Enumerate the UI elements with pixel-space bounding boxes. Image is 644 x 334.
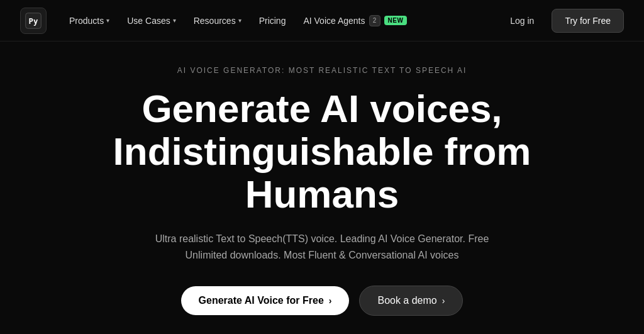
svg-text:Py: Py	[29, 16, 38, 25]
hero-title-line1: Generate AI voices,	[142, 87, 502, 130]
nav-resources-label: Resources	[194, 16, 236, 26]
nav-item-use-cases[interactable]: Use Cases ▾	[119, 11, 183, 31]
nav-links: Products ▾ Use Cases ▾ Resources ▾ Prici…	[62, 10, 414, 31]
generate-ai-voice-label: Generate AI Voice for Free	[199, 295, 324, 306]
new-badge: NEW	[384, 16, 408, 25]
navbar: Py Products ▾ Use Cases ▾ Resources ▾ Pr…	[0, 0, 644, 42]
hero-title-line3: Humans	[245, 172, 399, 216]
nav-item-ai-voice-agents[interactable]: AI Voice Agents 2 NEW	[296, 10, 414, 31]
hero-buttons: Generate AI Voice for Free › Book a demo…	[181, 286, 464, 316]
nav-left: Py Products ▾ Use Cases ▾ Resources ▾ Pr…	[20, 8, 414, 34]
hero-section: AI VOICE GENERATOR: MOST REALISTIC TEXT …	[0, 42, 644, 334]
ai-voice-agents-count-icon: 2	[369, 15, 380, 26]
login-button[interactable]: Log in	[502, 11, 541, 31]
products-chevron-icon: ▾	[106, 17, 109, 24]
nav-item-pricing[interactable]: Pricing	[252, 11, 294, 31]
logo[interactable]: Py	[20, 8, 47, 34]
nav-use-cases-label: Use Cases	[127, 16, 170, 26]
hero-title: Generate AI voices, Indistinguishable fr…	[113, 87, 531, 216]
nav-products-label: Products	[69, 16, 104, 26]
demo-arrow-icon: ›	[442, 296, 445, 306]
nav-item-products[interactable]: Products ▾	[62, 11, 117, 31]
book-demo-label: Book a demo	[377, 295, 436, 306]
generate-arrow-icon: ›	[329, 296, 332, 306]
nav-pricing-label: Pricing	[259, 16, 286, 26]
hero-title-line2: Indistinguishable from	[113, 130, 531, 173]
try-for-free-button[interactable]: Try for Free	[552, 9, 624, 33]
nav-ai-voice-agents-label: AI Voice Agents	[303, 16, 365, 26]
use-cases-chevron-icon: ▾	[173, 17, 176, 24]
nav-right: Log in Try for Free	[502, 9, 624, 33]
book-demo-button[interactable]: Book a demo ›	[359, 286, 463, 316]
generate-ai-voice-button[interactable]: Generate AI Voice for Free ›	[181, 286, 350, 315]
hero-description: Ultra realistic Text to Speech(TTS) voic…	[146, 231, 498, 263]
nav-item-resources[interactable]: Resources ▾	[186, 11, 249, 31]
hero-subtitle: AI VOICE GENERATOR: MOST REALISTIC TEXT …	[177, 66, 467, 75]
resources-chevron-icon: ▾	[238, 17, 242, 24]
